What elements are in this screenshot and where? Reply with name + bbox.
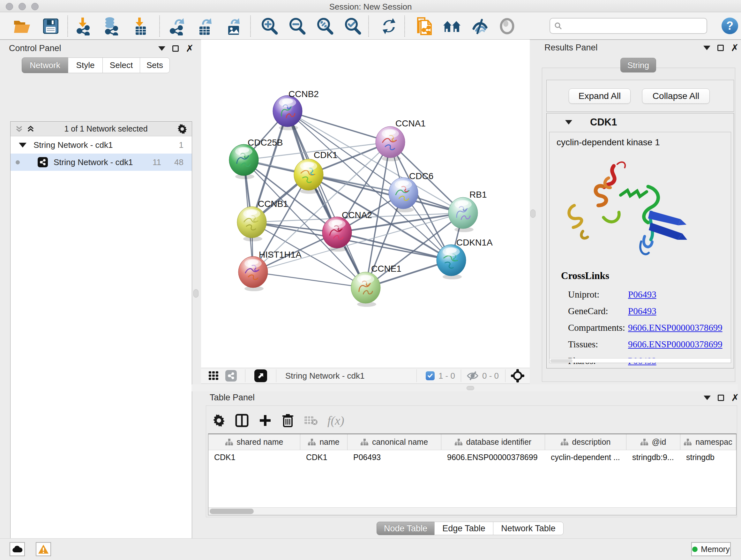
tab-sets[interactable]: Sets (140, 57, 170, 73)
scrollbar-thumb[interactable] (210, 509, 254, 514)
zoom-out-icon[interactable] (288, 16, 307, 36)
export-network-icon[interactable] (168, 16, 186, 36)
results-scrollbar[interactable] (549, 358, 731, 363)
network-canvas[interactable]: CCNB2CCNA1CDC25BCDK1CDC6RB1CCNB1CCNA2CDK… (201, 40, 530, 368)
crosslink-label: GeneCard: (568, 306, 628, 316)
table-tabs: Node TableEdge TableNetwork Table (377, 522, 563, 535)
protein-card-collapse-icon[interactable] (565, 120, 572, 125)
help-icon[interactable]: ? (721, 17, 738, 36)
table-hscrollbar[interactable] (208, 507, 736, 515)
panel-menu-icon[interactable] (704, 395, 711, 400)
export-image-icon[interactable] (224, 16, 243, 36)
tab-edge-table[interactable]: Edge Table (434, 522, 493, 535)
detach-view-icon[interactable] (254, 369, 267, 382)
table-row[interactable]: CDK1CDK1P064939606.ENSP00000378699cyclin… (208, 450, 736, 464)
zoom-fit-icon[interactable] (316, 16, 334, 36)
cloud-icon (12, 545, 23, 553)
tab-style[interactable]: Style (68, 57, 103, 73)
network-row-selected[interactable]: String Network - cdk1 11 48 (10, 153, 192, 171)
panel-float-icon[interactable] (718, 395, 724, 401)
protein-details: cyclin-dependent kinase 1 CrossLinks (549, 132, 731, 363)
birds-eye-toggle-icon[interactable] (511, 369, 525, 383)
collapse-all-button[interactable]: Collapse All (642, 88, 710, 104)
tab-select[interactable]: Select (103, 57, 140, 73)
node-CCNE1[interactable] (351, 272, 381, 307)
tree-expand-icon[interactable] (19, 143, 26, 147)
tab-string[interactable]: String (620, 58, 656, 72)
cloud-button[interactable] (10, 542, 25, 556)
tab-network[interactable]: Network (22, 57, 68, 73)
table-cell[interactable]: CDK1 (208, 453, 300, 462)
grid-view-icon[interactable] (209, 371, 218, 381)
save-session-icon[interactable] (42, 16, 60, 36)
column-header-namespac[interactable]: namespac (680, 434, 736, 450)
table-cell[interactable]: stringdb (680, 453, 736, 462)
crosslink-link[interactable]: P06493 (628, 289, 657, 300)
collapse-all-icon[interactable] (15, 125, 23, 133)
node-HIST1H1A[interactable] (239, 256, 268, 291)
table-cell[interactable]: P06493 (347, 453, 441, 462)
tab-node-table[interactable]: Node Table (377, 522, 434, 535)
panel-float-icon[interactable] (718, 45, 724, 51)
warnings-button[interactable] (36, 542, 51, 556)
node-CDC25B[interactable] (229, 144, 259, 179)
left-splitter-handle[interactable] (193, 289, 199, 298)
crosslink-link[interactable]: 9606.ENSP00000378699 (628, 339, 723, 350)
crosslink-link[interactable]: P06493 (628, 306, 657, 316)
table-cell[interactable]: cyclin-dependent ... (545, 453, 626, 462)
column-header-shared-name[interactable]: shared name (208, 434, 300, 450)
right-splitter-handle[interactable] (530, 209, 536, 218)
table-cell[interactable]: 9606.ENSP00000378699 (441, 453, 545, 462)
panel-close-icon[interactable]: ✗ (186, 45, 194, 52)
node-RB1[interactable] (448, 197, 478, 232)
column-header-database-identifier[interactable]: database identifier (441, 434, 545, 450)
edge-CCNE1-HIST1H1A[interactable] (253, 272, 366, 288)
import-network-icon[interactable] (75, 16, 93, 36)
expand-all-icon[interactable] (26, 125, 35, 133)
selected-checkbox[interactable] (426, 371, 434, 380)
node-CCNA1[interactable] (376, 126, 405, 161)
node-CCNB2[interactable] (273, 96, 302, 130)
hidden-eye-icon[interactable] (466, 371, 479, 381)
import-table-icon[interactable] (131, 16, 150, 36)
delete-column-icon[interactable] (281, 413, 294, 428)
column-header-canonical-name[interactable]: canonical name (347, 434, 441, 450)
panel-menu-icon[interactable] (703, 46, 711, 50)
splitter-handle[interactable] (467, 386, 474, 390)
import-database-icon[interactable] (102, 16, 121, 36)
string-home-icon[interactable] (443, 16, 461, 36)
memory-button[interactable]: Memory (691, 542, 731, 556)
show-graphics-details-icon[interactable] (498, 16, 516, 36)
show-columns-icon[interactable] (235, 414, 249, 428)
add-column-icon[interactable] (259, 414, 272, 427)
search-input[interactable] (562, 21, 699, 31)
table-options-gear-icon[interactable] (212, 414, 225, 427)
network-collection-row[interactable]: String Network - cdk1 1 (10, 136, 192, 153)
column-header-name[interactable]: name (300, 434, 347, 450)
edge-CCNB2-CCNA1[interactable] (287, 111, 390, 142)
share-document-icon[interactable] (415, 16, 434, 36)
edge-CCNB2-CCNE1[interactable] (287, 111, 366, 288)
tab-network-table[interactable]: Network Table (493, 522, 563, 535)
column-header--id[interactable]: @id (626, 434, 680, 450)
open-session-icon[interactable] (13, 16, 31, 36)
export-table-icon[interactable] (195, 16, 214, 36)
panel-float-icon[interactable] (172, 45, 179, 52)
panel-close-icon[interactable]: ✗ (731, 45, 739, 51)
panel-close-icon[interactable]: ✗ (731, 395, 739, 401)
column-header-description[interactable]: description (545, 434, 626, 450)
table-cell[interactable]: stringdb:9... (626, 453, 680, 462)
hide-graphics-details-icon[interactable] (471, 16, 489, 36)
network-options-gear-icon[interactable] (177, 124, 187, 134)
zoom-selected-icon[interactable] (343, 16, 362, 36)
node-CDKN1A[interactable] (436, 245, 466, 279)
panel-menu-icon[interactable] (158, 46, 165, 51)
crosslink-link[interactable]: 9606.ENSP00000378699 (628, 322, 723, 333)
zoom-in-icon[interactable] (260, 16, 279, 36)
network-share-view-icon[interactable] (225, 370, 237, 381)
table-cell[interactable]: CDK1 (300, 453, 347, 462)
node-CCNB1[interactable] (237, 206, 266, 241)
horizontal-splitter[interactable] (192, 384, 738, 391)
expand-all-button[interactable]: Expand All (569, 88, 630, 104)
refresh-icon[interactable] (380, 16, 398, 36)
